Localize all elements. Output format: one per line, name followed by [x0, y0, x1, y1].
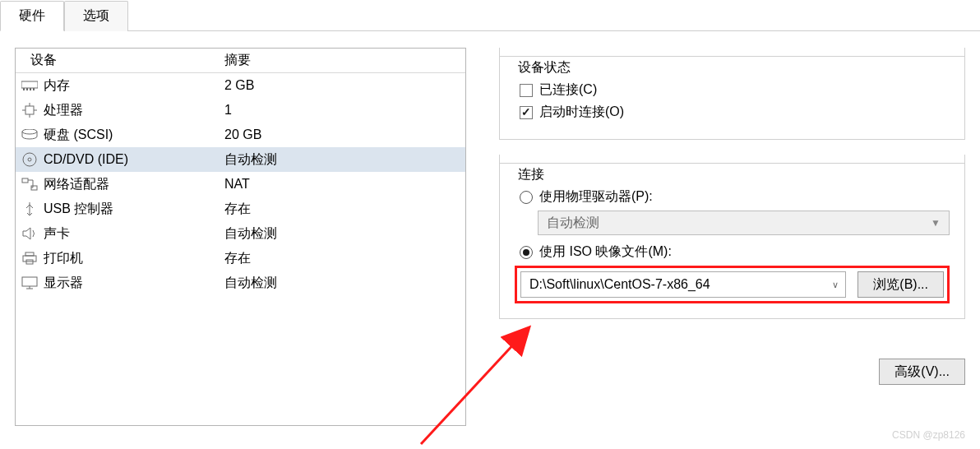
- col-summary[interactable]: 摘要: [216, 52, 465, 69]
- use-physical-label: 使用物理驱动器(P):: [539, 188, 653, 206]
- row-label: 声卡: [44, 225, 70, 243]
- use-physical-radio[interactable]: [520, 191, 533, 204]
- row-summary: 存在: [216, 250, 465, 267]
- svg-rect-1: [23, 88, 25, 90]
- browse-button[interactable]: 浏览(B)...: [858, 271, 944, 298]
- tab-options[interactable]: 选项: [64, 1, 128, 31]
- display-icon: [21, 275, 39, 290]
- chevron-down-icon: ∨: [832, 280, 839, 290]
- connect-on-poweron-checkbox[interactable]: [520, 106, 533, 119]
- svg-rect-16: [23, 256, 36, 262]
- table-row[interactable]: 网络适配器 NAT: [16, 172, 465, 197]
- svg-point-10: [22, 129, 37, 134]
- row-summary: 自动检测: [216, 225, 465, 243]
- watermark: CSDN @zp8126: [892, 429, 965, 441]
- svg-point-11: [23, 153, 36, 166]
- advanced-button[interactable]: 高级(V)...: [879, 359, 965, 385]
- row-summary: 1: [216, 103, 465, 118]
- device-list: 设备 摘要 内存 2 GB 处理器 1 硬盘 (SCSI) 20 GB: [15, 48, 466, 426]
- col-device[interactable]: 设备: [16, 52, 216, 69]
- iso-file-value: D:\Soft\linux\CentOS-7-x86_64: [529, 277, 710, 292]
- usb-icon: [21, 201, 39, 216]
- table-header: 设备 摘要: [16, 49, 465, 73]
- iso-file-select[interactable]: D:\Soft\linux\CentOS-7-x86_64 ∨: [520, 271, 846, 298]
- iso-highlight-box: D:\Soft\linux\CentOS-7-x86_64 ∨ 浏览(B)...: [515, 266, 950, 303]
- device-status-group: 设备状态 已连接(C) 启动时连接(O): [499, 48, 965, 140]
- connection-group: 连接 使用物理驱动器(P): 自动检测 ▼ 使用 ISO 映像文件(M): D:…: [499, 155, 965, 319]
- svg-point-12: [28, 158, 31, 161]
- use-iso-label: 使用 ISO 映像文件(M):: [539, 243, 672, 261]
- chevron-down-icon: ▼: [931, 217, 941, 229]
- svg-rect-3: [30, 88, 31, 90]
- svg-rect-2: [26, 88, 28, 90]
- cd-icon: [21, 152, 39, 167]
- row-summary: 存在: [216, 201, 465, 218]
- row-label: 内存: [44, 77, 70, 95]
- tab-hardware[interactable]: 硬件: [0, 1, 64, 31]
- svg-rect-5: [25, 106, 34, 114]
- svg-rect-0: [21, 81, 38, 88]
- physical-drive-select: 自动检测 ▼: [538, 211, 950, 235]
- table-row[interactable]: 打印机 存在: [16, 246, 465, 271]
- physical-drive-value: 自动检测: [547, 215, 599, 232]
- table-row[interactable]: 硬盘 (SCSI) 20 GB: [16, 123, 465, 147]
- row-summary: 自动检测: [216, 275, 465, 292]
- connected-checkbox[interactable]: [520, 84, 533, 97]
- table-row[interactable]: 处理器 1: [16, 98, 465, 123]
- table-row[interactable]: USB 控制器 存在: [16, 197, 465, 221]
- svg-rect-18: [22, 277, 37, 286]
- table-row[interactable]: CD/DVD (IDE) 自动检测: [16, 147, 465, 172]
- status-legend: 设备状态: [515, 59, 576, 76]
- table-row[interactable]: 内存 2 GB: [16, 73, 465, 98]
- disk-icon: [21, 127, 39, 142]
- printer-icon: [21, 251, 39, 266]
- row-summary: NAT: [216, 177, 465, 192]
- memory-icon: [21, 78, 39, 93]
- svg-rect-15: [25, 252, 34, 256]
- row-label: 网络适配器: [44, 176, 109, 193]
- sound-icon: [21, 226, 39, 241]
- connection-legend: 连接: [515, 166, 549, 183]
- table-row[interactable]: 声卡 自动检测: [16, 221, 465, 246]
- row-label: CD/DVD (IDE): [44, 152, 128, 167]
- row-summary: 自动检测: [216, 151, 465, 169]
- connect-on-poweron-label: 启动时连接(O): [539, 104, 624, 121]
- connected-label: 已连接(C): [539, 81, 597, 99]
- table-row[interactable]: 显示器 自动检测: [16, 271, 465, 295]
- row-summary: 20 GB: [216, 127, 465, 142]
- row-summary: 2 GB: [216, 78, 465, 93]
- network-icon: [21, 177, 39, 192]
- use-iso-radio[interactable]: [520, 246, 533, 259]
- svg-rect-13: [22, 178, 28, 183]
- row-label: USB 控制器: [44, 201, 113, 218]
- row-label: 硬盘 (SCSI): [44, 127, 113, 144]
- row-label: 处理器: [44, 102, 83, 119]
- svg-rect-4: [33, 88, 35, 90]
- cpu-icon: [21, 103, 39, 118]
- row-label: 显示器: [44, 275, 83, 292]
- row-label: 打印机: [44, 250, 83, 267]
